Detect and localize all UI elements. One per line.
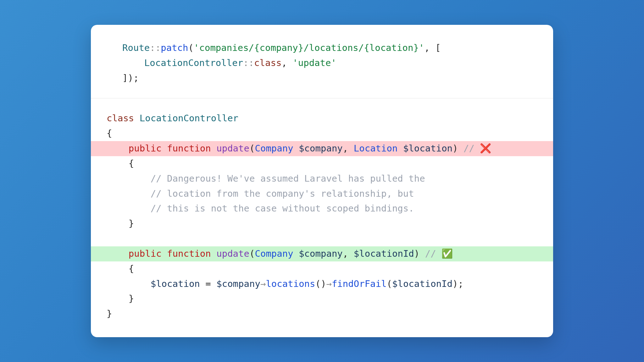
- method-name: update: [216, 248, 249, 259]
- space: [134, 113, 139, 123]
- indent: [107, 218, 129, 229]
- operator: ::: [243, 58, 254, 68]
- paren: (: [387, 278, 392, 289]
- brace: }: [129, 218, 134, 229]
- code-line: {: [91, 261, 553, 277]
- code-card: Route::patch('companies/{company}/locati…: [91, 25, 553, 337]
- method-call: locations: [266, 278, 315, 289]
- indent: [107, 278, 151, 289]
- keyword: public: [129, 248, 162, 259]
- variable: $company: [299, 143, 343, 154]
- indent: [107, 143, 129, 154]
- variable: $company: [299, 248, 343, 259]
- comment: // Dangerous! We've assumed Laravel has …: [151, 173, 425, 184]
- type: Company: [255, 248, 293, 259]
- variable: $locationId: [354, 248, 414, 259]
- method-call: findOrFail: [332, 278, 387, 289]
- punct: , [: [424, 42, 441, 53]
- method-name: update: [216, 143, 249, 154]
- class-ref: Route: [122, 42, 150, 53]
- keyword: function: [167, 143, 211, 154]
- comment: // location from the company's relations…: [151, 188, 414, 199]
- space: [293, 248, 299, 259]
- variable: $location: [403, 143, 452, 154]
- space: [211, 143, 216, 154]
- code-line: // Dangerous! We've assumed Laravel has …: [91, 171, 553, 186]
- paren: ): [452, 143, 464, 154]
- comment: //: [464, 143, 480, 154]
- comment: // this is not the case without scoped b…: [151, 203, 414, 214]
- brace: {: [129, 158, 134, 169]
- operator: ::: [150, 42, 161, 53]
- space: [397, 143, 403, 154]
- operator: =: [200, 278, 216, 289]
- brace: {: [129, 263, 134, 274]
- paren: );: [452, 278, 464, 289]
- code-line: {: [91, 126, 553, 141]
- paren: (: [188, 42, 194, 53]
- class-name: LocationController: [140, 113, 238, 123]
- code-line-good: public function update(Company $company,…: [91, 246, 553, 261]
- code-line: class LocationController: [91, 111, 553, 126]
- code-line: ]);: [107, 71, 537, 86]
- punct: ,: [281, 58, 292, 68]
- indent: [107, 188, 151, 199]
- string: 'update': [292, 58, 336, 68]
- code-line: // location from the company's relations…: [91, 186, 553, 201]
- code-line: // this is not the case without scoped b…: [91, 201, 553, 216]
- paren: (: [249, 143, 255, 154]
- type: Company: [255, 143, 293, 154]
- indent: [122, 58, 144, 68]
- route-section: Route::patch('companies/{company}/locati…: [91, 25, 553, 98]
- space: [293, 143, 299, 154]
- variable: $locationId: [392, 278, 452, 289]
- indent: [107, 203, 151, 214]
- paren: ): [414, 248, 425, 259]
- string: 'companies/{company}/locations/{location…: [194, 42, 424, 53]
- indent: [107, 173, 151, 184]
- keyword: class: [254, 58, 281, 68]
- code-line: }: [91, 306, 553, 321]
- punct: ,: [343, 248, 354, 259]
- indent: [107, 248, 129, 259]
- code-line: Route::patch('companies/{company}/locati…: [107, 41, 537, 56]
- brace: }: [107, 308, 112, 319]
- space: [211, 248, 216, 259]
- brace: {: [107, 128, 112, 139]
- space: [162, 248, 167, 259]
- space: [162, 143, 167, 154]
- keyword: public: [129, 143, 162, 154]
- controller-section: class LocationController { public functi…: [91, 98, 553, 337]
- blank-line: [91, 231, 553, 246]
- method-call: patch: [161, 42, 188, 53]
- code-line: LocationController::class, 'update': [107, 56, 537, 71]
- variable: $company: [216, 278, 260, 289]
- code-line: }: [91, 216, 553, 231]
- cross-icon: ❌: [480, 143, 491, 154]
- code-line: {: [91, 156, 553, 171]
- arrow: →: [260, 278, 266, 289]
- keyword: class: [107, 113, 134, 123]
- brace: }: [129, 293, 134, 304]
- code-line: $location = $company→locations()→findOrF…: [91, 277, 553, 292]
- arrow: →: [326, 278, 331, 289]
- indent: [107, 263, 129, 274]
- punct: ]);: [122, 73, 139, 83]
- paren: (): [315, 278, 326, 289]
- indent: [107, 158, 129, 169]
- class-ref: LocationController: [144, 58, 243, 68]
- code-line: }: [91, 291, 553, 306]
- comment: //: [425, 248, 441, 259]
- type: Location: [354, 143, 398, 154]
- paren: (: [249, 248, 255, 259]
- check-icon: ✅: [441, 248, 453, 259]
- code-line-bad: public function update(Company $company,…: [91, 141, 553, 156]
- indent: [107, 293, 129, 304]
- keyword: function: [167, 248, 211, 259]
- variable: $location: [151, 278, 200, 289]
- punct: ,: [343, 143, 354, 154]
